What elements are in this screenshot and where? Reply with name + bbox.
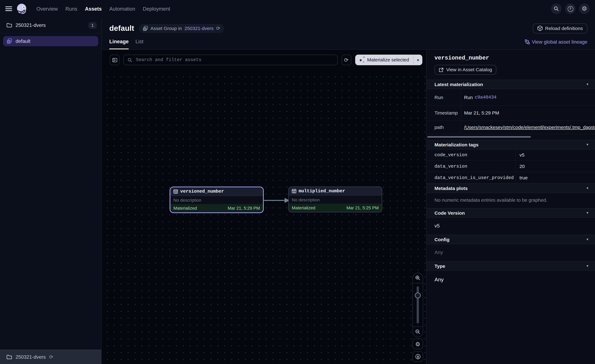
section-latest-materialization[interactable]: Latest materialization ▼	[426, 80, 595, 89]
refresh-icon[interactable]: ⟳	[49, 355, 53, 360]
timestamp-value: Mar 21, 5:29 PM	[461, 106, 595, 120]
tag-key: code_version	[426, 149, 516, 160]
menu-icon[interactable]	[5, 7, 12, 11]
tag-value: 20	[516, 161, 595, 172]
section-config[interactable]: Config ▼	[426, 235, 595, 244]
refresh-graph-button[interactable]: ⟳	[341, 55, 351, 65]
section-type[interactable]: Type ▼	[426, 261, 595, 271]
materialize-dropdown-button[interactable]: ▾	[413, 55, 422, 65]
zoom-in-icon	[415, 275, 420, 280]
code-location-footer: 250321-dvers ⟳	[0, 350, 101, 364]
view-global-asset-lineage-link[interactable]: View global asset lineage	[525, 39, 588, 44]
folder-icon	[7, 355, 12, 360]
sparkle-icon: ✦ ✦ ✦	[359, 57, 365, 63]
zoom-out-icon	[415, 329, 420, 335]
reload-definitions-button[interactable]: Reload definitions	[533, 23, 587, 33]
materialize-selected-button[interactable]: ✦ ✦ ✦ Materialize selected ▾	[355, 55, 422, 65]
zoom-out-button[interactable]	[413, 327, 423, 337]
view-global-asset-lineage-label: View global asset lineage	[532, 39, 588, 44]
zoom-slider-thumb[interactable]	[415, 292, 421, 298]
caret-down-icon: ▼	[586, 238, 589, 241]
page-header: default Asset Group in 250321-dvers ⟳	[102, 17, 595, 34]
nav-item-automation[interactable]: Automation	[106, 6, 139, 12]
asset-details-panel: versioned_number View in Asset Catalog L…	[426, 50, 595, 364]
asset-node-description: No description	[170, 196, 263, 204]
external-link-icon	[439, 67, 444, 72]
nav-item-assets[interactable]: Assets	[81, 6, 106, 12]
table-row: path /Users/smackesey/stm/code/elementl/…	[426, 121, 595, 134]
search-button[interactable]	[551, 3, 561, 14]
table-row: Timestamp Mar 21, 5:29 PM	[426, 106, 595, 121]
search-input[interactable]	[135, 57, 333, 63]
path-link[interactable]: /Users/smackesey/stm/code/elementl/exper…	[464, 125, 595, 130]
nav-item-deployment[interactable]: Deployment	[139, 6, 174, 12]
help-button[interactable]: ?	[565, 3, 576, 14]
search-icon	[553, 6, 559, 11]
lineage-canvas[interactable]: ⟳ ✦ ✦ ✦ Materialize selected	[102, 50, 426, 364]
nav-item-runs[interactable]: Runs	[62, 6, 81, 12]
run-prefix: Run	[464, 95, 473, 100]
tab-lineage[interactable]: Lineage	[109, 34, 129, 49]
asset-node-name: multiplied_number	[299, 189, 345, 194]
lineage-graph-icon	[525, 39, 530, 44]
nav-item-overview[interactable]: Overview	[33, 6, 62, 12]
gear-icon: ⚙	[415, 341, 420, 347]
badge-prefix: Asset Group in	[150, 26, 182, 31]
collapse-sidebar-button[interactable]	[110, 55, 120, 65]
horizontal-scrollbar[interactable]	[427, 136, 531, 138]
graph-settings-button[interactable]: ⚙	[412, 339, 423, 349]
help-icon: ?	[567, 6, 573, 12]
tabs-bar: Lineage List View global asset lineage	[102, 34, 595, 50]
caret-down-icon: ▼	[586, 211, 589, 215]
asset-group-icon	[142, 26, 148, 31]
tab-list[interactable]: List	[135, 34, 143, 49]
config-value: Any	[426, 244, 595, 261]
asset-node-timestamp: Mar 21, 5:25 PM	[347, 206, 379, 210]
asset-node-status: Materialized	[292, 206, 315, 210]
asset-search-box	[123, 55, 338, 65]
tag-value: true	[516, 172, 595, 183]
folder-icon	[7, 23, 12, 28]
sidebar-item-label: default	[16, 38, 30, 44]
zoom-slider-track	[417, 286, 419, 323]
sidebar-item-default[interactable]: default	[3, 36, 98, 46]
tag-value: v5	[516, 149, 595, 160]
section-heading: Metadata plots	[434, 186, 468, 191]
section-metadata-plots[interactable]: Metadata plots ▼	[426, 183, 595, 193]
refresh-icon[interactable]: ⟳	[216, 26, 220, 31]
run-id-link[interactable]: c9a40434	[475, 95, 496, 100]
download-icon	[415, 354, 421, 359]
zoom-controls	[412, 273, 423, 337]
asset-node-versioned-number[interactable]: versioned_number No description Material…	[170, 187, 264, 213]
main-area: default Asset Group in 250321-dvers ⟳	[102, 17, 595, 364]
download-graph-button[interactable]	[412, 351, 423, 362]
asset-node-timestamp: Mar 21, 5:29 PM	[228, 206, 260, 210]
settings-button[interactable]: ⚙	[579, 3, 590, 14]
search-icon	[128, 57, 133, 63]
zoom-slider	[413, 283, 423, 327]
panel-asset-title: versioned_number	[434, 55, 588, 61]
asset-node-multiplied-number[interactable]: multiplied_number No description Materia…	[288, 187, 382, 212]
section-heading: Latest materialization	[434, 82, 483, 87]
tag-key: data_version	[426, 161, 516, 172]
row-key: Timestamp	[426, 106, 461, 120]
section-code-version[interactable]: Code Version ▼	[426, 208, 595, 218]
section-heading: Code Version	[434, 210, 465, 216]
tag-row: data_version 20	[426, 161, 595, 172]
lineage-toolbar: ⟳ ✦ ✦ ✦ Materialize selected	[110, 55, 422, 65]
zoom-in-button[interactable]	[413, 273, 423, 283]
type-value: Any	[426, 271, 595, 289]
sidebar-group-label: 250321-dvers	[16, 22, 46, 28]
sidebar-group-row[interactable]: 250321-dvers 1	[0, 17, 101, 34]
tag-key: data_version_is_user_provided	[426, 172, 516, 183]
asset-node-description: No description	[289, 196, 382, 203]
view-in-asset-catalog-button[interactable]: View in Asset Catalog	[434, 65, 496, 75]
materialize-selected-label: Materialize selected	[367, 57, 409, 63]
section-heading: Config	[434, 237, 449, 242]
code-location-label: 250321-dvers	[16, 354, 46, 360]
badge-group-link[interactable]: 250321-dvers	[184, 26, 213, 31]
edge-arrow	[264, 194, 290, 206]
asset-groups-sidebar: 250321-dvers 1 default	[0, 17, 102, 364]
panel-toggle-icon	[112, 57, 117, 63]
section-materialization-tags[interactable]: Materialization tags ▼	[426, 140, 595, 149]
